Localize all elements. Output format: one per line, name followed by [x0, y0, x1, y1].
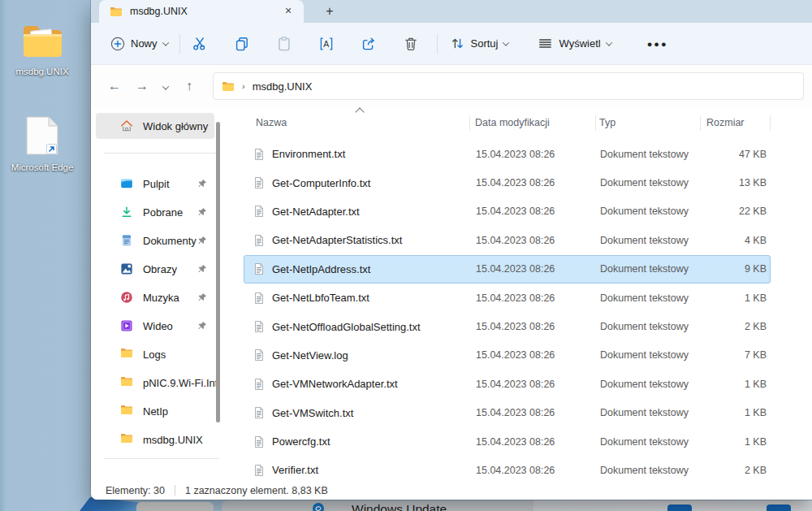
tab-msdbg-unix[interactable]: msdbg.UNIX ×	[99, 0, 304, 23]
sidebar-item-obrazy[interactable]: Obrazy	[96, 255, 214, 283]
plus-circle-icon	[110, 37, 125, 51]
column-divider[interactable]	[469, 115, 470, 131]
chevron-down-icon	[503, 39, 509, 45]
new-tab-button[interactable]: +	[319, 2, 340, 20]
file-row[interactable]: Powercfg.txt 15.04.2023 08:26 Dokument t…	[244, 427, 771, 456]
folder-icon	[120, 348, 133, 361]
folder-icon	[222, 81, 235, 92]
file-row[interactable]: Environment.txt 15.04.2023 08:26 Dokumen…	[244, 140, 771, 168]
sidebar-item-pobrane[interactable]: Pobrane	[96, 198, 214, 226]
background-button	[767, 505, 791, 511]
up-button[interactable]: ↑	[175, 74, 203, 98]
chevron-down-icon	[162, 39, 168, 45]
file-type: Dokument tekstowy	[600, 235, 699, 246]
file-list-area: Nazwa Data modyfikacji Typ Rozmiar Envir…	[244, 107, 812, 481]
music-icon	[120, 291, 133, 304]
chevron-down-icon	[162, 83, 169, 89]
file-type: Dokument tekstowy	[600, 349, 699, 361]
share-button[interactable]	[354, 29, 383, 58]
video-icon	[120, 319, 133, 332]
rename-icon: A	[318, 36, 335, 52]
file-row[interactable]: Get-NetLbfoTeam.txt 15.04.2023 08:26 Dok…	[244, 284, 771, 312]
sidebar-item-muzyka[interactable]: Muzyka	[96, 284, 214, 311]
column-divider[interactable]	[700, 115, 701, 131]
download-arrow-icon	[120, 206, 133, 219]
back-button[interactable]: ←	[101, 74, 128, 98]
paste-button[interactable]	[270, 29, 299, 58]
view-button[interactable]: Wyświetl	[530, 29, 618, 58]
file-row[interactable]: Get-ComputerInfo.txt 15.04.2023 08:26 Do…	[244, 168, 771, 197]
cut-button[interactable]	[185, 29, 214, 58]
copy-icon	[234, 36, 250, 52]
file-row[interactable]: Get-NetView.log 15.04.2023 08:26 Dokumen…	[244, 341, 771, 370]
file-type: Dokument tekstowy	[600, 177, 699, 188]
file-type: Dokument tekstowy	[600, 407, 699, 418]
column-divider[interactable]	[595, 115, 596, 131]
file-date-modified: 15.04.2023 08:26	[476, 436, 600, 448]
file-date-modified: 15.04.2023 08:26	[476, 407, 600, 418]
sidebar-divider	[104, 153, 219, 154]
file-row[interactable]: Get-NetAdapter.txt 15.04.2023 08:26 Doku…	[244, 197, 771, 226]
sort-button[interactable]: Sortuj	[443, 29, 516, 58]
rename-button[interactable]: A	[312, 29, 341, 58]
text-file-icon	[253, 349, 266, 362]
column-header-name[interactable]: Nazwa	[252, 117, 475, 128]
file-size: 47 KB	[699, 149, 767, 160]
file-row[interactable]: Get-NetOffloadGlobalSetting.txt 15.04.20…	[244, 312, 771, 340]
file-row[interactable]: Get-VMNetworkAdapter.txt 15.04.2023 08:2…	[244, 370, 771, 398]
file-name: Environment.txt	[272, 148, 476, 160]
sidebar-item-msdbg-unix[interactable]: msdbg.UNIX	[96, 426, 219, 453]
sidebar-item-label: Wideo	[143, 320, 173, 332]
folder-icon	[120, 376, 133, 389]
status-bar: Elementy: 30 1 zaznaczony element. 8,83 …	[91, 481, 812, 500]
pin-icon	[197, 264, 207, 274]
background-window-edge[interactable]	[136, 502, 214, 511]
column-header-type[interactable]: Typ	[599, 117, 698, 128]
view-lines-icon	[538, 36, 553, 51]
forward-button[interactable]: →	[128, 74, 156, 98]
close-tab-icon[interactable]: ×	[281, 4, 296, 19]
column-headers: Nazwa Data modyfikacji Typ Rozmiar	[244, 107, 812, 138]
sidebar-item-pnic[interactable]: pNIC.9.Wi-Fi.Inte	[96, 369, 219, 396]
file-row[interactable]: Get-VMSwitch.txt 15.04.2023 08:26 Dokume…	[244, 399, 771, 427]
sidebar-item-pulpit[interactable]: Pulpit	[96, 170, 214, 197]
recent-locations-button[interactable]	[156, 74, 175, 98]
column-header-date[interactable]: Data modyfikacji	[475, 117, 599, 128]
file-name: Get-VMNetworkAdapter.txt	[272, 378, 476, 390]
file-row[interactable]: Get-NetIpAddress.txt 15.04.2023 08:26 Do…	[244, 255, 771, 284]
file-row[interactable]: Get-NetAdapterStatistics.txt 15.04.2023 …	[244, 226, 771, 254]
pin-icon	[197, 207, 207, 217]
sidebar-item-wideo[interactable]: Wideo	[96, 312, 214, 340]
breadcrumb-chevron-icon: ›	[242, 81, 245, 91]
desktop-icon-msdbg-folder[interactable]: msdbg.UNIX	[0, 23, 84, 76]
file-size: 22 KB	[699, 206, 767, 217]
background-window-windows-update[interactable]	[222, 500, 812, 511]
sort-ascending-icon	[355, 107, 364, 116]
pin-icon	[197, 292, 207, 302]
view-button-label: Wyświetl	[559, 37, 600, 50]
delete-button[interactable]	[396, 29, 425, 58]
sidebar-scrollbar[interactable]	[216, 122, 220, 422]
sidebar-divider	[104, 458, 219, 459]
copy-button[interactable]	[227, 29, 257, 58]
column-divider[interactable]	[770, 115, 771, 131]
file-size: 7 KB	[699, 349, 767, 361]
tab-title: msdbg.UNIX	[130, 6, 281, 17]
more-options-button[interactable]: ●●●	[643, 29, 672, 58]
breadcrumb[interactable]: › msdbg.UNIX	[213, 72, 804, 100]
desktop-icon-microsoft-edge[interactable]: Microsoft Edge	[0, 115, 84, 172]
file-date-modified: 15.04.2023 08:26	[476, 292, 600, 304]
text-file-icon	[253, 148, 266, 161]
column-header-size[interactable]: Rozmiar	[698, 117, 767, 128]
new-button[interactable]: Nowy	[104, 29, 175, 58]
desktop-monitor-icon	[120, 177, 133, 190]
sidebar-item-logs[interactable]: Logs	[96, 340, 219, 368]
sidebar-item-dokumenty[interactable]: Dokumenty	[96, 227, 214, 254]
sidebar-item-home[interactable]: Widok główny	[96, 113, 214, 139]
file-size: 2 KB	[699, 465, 767, 476]
text-file-icon	[253, 320, 266, 333]
file-size: 1 KB	[699, 407, 767, 418]
file-size: 4 KB	[699, 235, 767, 246]
sidebar-item-label: pNIC.9.Wi-Fi.Inte	[143, 377, 219, 389]
sidebar-item-netip[interactable]: NetIp	[96, 397, 219, 425]
